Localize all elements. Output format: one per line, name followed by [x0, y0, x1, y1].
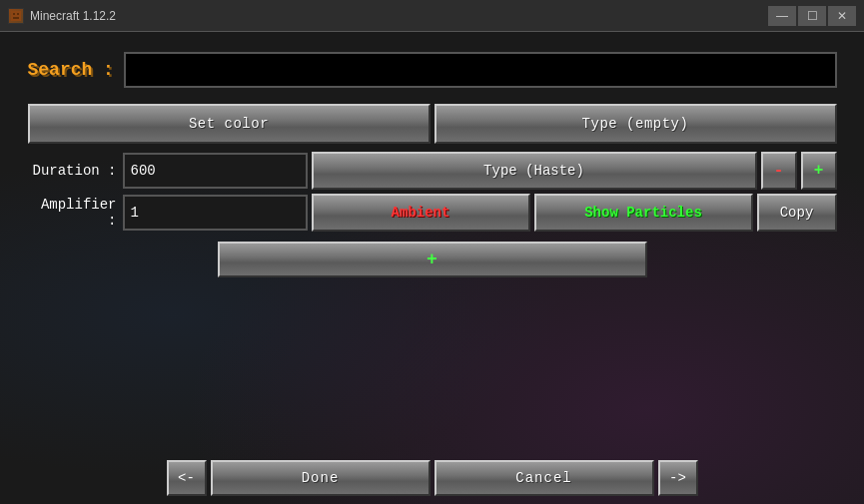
minimize-button[interactable]: —	[768, 6, 796, 26]
svg-rect-0	[11, 11, 21, 21]
svg-rect-2	[17, 13, 19, 15]
svg-rect-3	[13, 17, 19, 19]
title-bar-left: Minecraft 1.12.2	[8, 8, 116, 24]
prev-button[interactable]: <-	[167, 460, 207, 496]
next-button[interactable]: ->	[658, 460, 698, 496]
set-color-button[interactable]: Set color	[28, 104, 431, 144]
duration-label: Duration :	[28, 163, 117, 179]
app-title: Minecraft 1.12.2	[30, 9, 116, 23]
minus-button[interactable]: -	[761, 152, 797, 190]
app-icon	[8, 8, 24, 24]
show-particles-button[interactable]: Show Particles	[534, 194, 753, 232]
search-row: Search :	[23, 52, 842, 88]
search-input[interactable]	[124, 52, 837, 88]
title-bar: Minecraft 1.12.2 — ☐ ✕	[0, 0, 864, 32]
type-row: Type (Haste) - +	[312, 152, 837, 190]
main-content: Search : Set color Type (empty) Duration…	[0, 32, 864, 504]
search-label: Search :	[28, 60, 114, 80]
duration-input[interactable]	[123, 153, 308, 189]
cancel-button[interactable]: Cancel	[434, 460, 654, 496]
done-button[interactable]: Done	[211, 460, 431, 496]
type-empty-button[interactable]: Type (empty)	[434, 104, 837, 144]
svg-rect-1	[13, 13, 15, 15]
effect-controls: Type (Haste) - + Ambient Show Particles …	[312, 152, 837, 232]
top-buttons-row: Set color Type (empty)	[23, 104, 842, 144]
effect-row: Duration : Amplifier : Type (Haste) - +	[23, 152, 842, 232]
bottom-nav: <- Done Cancel ->	[0, 452, 864, 504]
copy-button[interactable]: Copy	[757, 194, 837, 232]
amplifier-row: Amplifier :	[28, 194, 308, 232]
type-haste-button[interactable]: Type (Haste)	[312, 152, 757, 190]
fields-column: Duration : Amplifier :	[28, 152, 308, 232]
duration-row: Duration :	[28, 152, 308, 190]
action-row: Ambient Show Particles Copy	[312, 194, 837, 232]
title-bar-buttons: — ☐ ✕	[768, 6, 856, 26]
add-button[interactable]: +	[218, 242, 647, 277]
add-row: +	[28, 242, 837, 277]
maximize-button[interactable]: ☐	[798, 6, 826, 26]
amplifier-label: Amplifier :	[28, 197, 117, 229]
panel: Search : Set color Type (empty) Duration…	[23, 32, 842, 277]
amplifier-input[interactable]	[123, 195, 308, 231]
close-button[interactable]: ✕	[828, 6, 856, 26]
plus-button[interactable]: +	[801, 152, 837, 190]
ambient-button[interactable]: Ambient	[312, 194, 530, 232]
